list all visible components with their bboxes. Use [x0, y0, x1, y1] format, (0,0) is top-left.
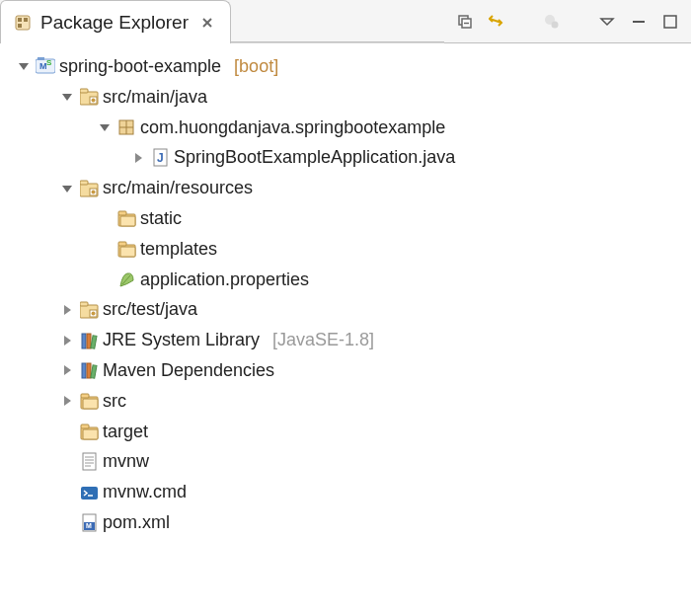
folder-icon	[116, 239, 136, 259]
node-label: src/main/resources	[103, 174, 253, 202]
node-label: mvnw	[103, 447, 149, 476]
cmd-file-icon	[79, 483, 99, 502]
expand-arrow-icon[interactable]	[59, 181, 75, 196]
tree-src-main-java[interactable]: src/main/java	[4, 82, 691, 113]
maximize-icon[interactable]	[659, 11, 681, 33]
expand-arrow-icon[interactable]	[97, 119, 113, 135]
tab-bar: Package Explorer	[0, 0, 691, 43]
project-icon	[36, 56, 55, 76]
expand-arrow-icon[interactable]	[16, 58, 32, 74]
expand-arrow-icon[interactable]	[59, 393, 75, 409]
package-icon	[116, 117, 136, 137]
tree-static-folder[interactable]: static	[4, 203, 691, 234]
folder-icon	[116, 208, 136, 228]
tree-templates-folder[interactable]: templates	[4, 234, 691, 265]
view-menu-icon[interactable]	[596, 11, 618, 33]
package-folder-icon	[79, 179, 99, 198]
java-file-icon	[150, 148, 170, 168]
folder-icon	[79, 422, 99, 441]
arrow-placeholder	[59, 454, 75, 470]
library-icon	[79, 360, 99, 380]
tree-java-file[interactable]: SpringBootExampleApplication.java	[4, 142, 691, 173]
arrow-placeholder	[59, 485, 75, 500]
expand-arrow-icon[interactable]	[130, 150, 146, 166]
node-label: application.properties	[140, 266, 309, 294]
package-explorer-icon	[13, 13, 33, 33]
project-tree: spring-boot-example [boot] src/main/java…	[0, 43, 691, 538]
node-label: SpringBootExampleApplication.java	[174, 143, 455, 172]
node-label: src/main/java	[103, 83, 207, 112]
node-label: com.huongdanjava.springbootexample	[140, 114, 445, 142]
text-file-icon	[79, 452, 99, 472]
tab-package-explorer[interactable]: Package Explorer	[0, 0, 231, 43]
link-with-editor-icon[interactable]	[486, 11, 507, 33]
tree-src-test-java[interactable]: src/test/java	[4, 294, 691, 325]
expand-arrow-icon[interactable]	[59, 89, 75, 105]
node-label: Maven Dependencies	[103, 356, 274, 385]
node-label: pom.xml	[103, 508, 170, 537]
view-toolbar	[444, 0, 691, 43]
tree-jre-library[interactable]: JRE System Library [JavaSE-1.8]	[4, 325, 691, 355]
node-label: JRE System Library	[103, 326, 260, 354]
node-label: spring-boot-example	[59, 52, 221, 81]
package-folder-icon	[79, 87, 99, 107]
tree-pom-xml[interactable]: pom.xml	[4, 507, 691, 538]
node-label: templates	[140, 235, 217, 264]
properties-file-icon	[116, 270, 136, 289]
xml-file-icon	[79, 512, 99, 532]
tree-src-main-resources[interactable]: src/main/resources	[4, 173, 691, 203]
tab-title: Package Explorer	[40, 12, 189, 34]
package-folder-icon	[79, 300, 99, 320]
folder-icon	[79, 391, 99, 411]
tree-maven-deps[interactable]: Maven Dependencies	[4, 355, 691, 386]
minimize-icon[interactable]	[628, 11, 650, 33]
expand-arrow-icon[interactable]	[59, 302, 75, 318]
node-label: target	[103, 418, 148, 446]
arrow-placeholder	[97, 271, 113, 287]
tree-app-properties[interactable]: application.properties	[4, 265, 691, 295]
arrow-placeholder	[97, 210, 113, 226]
node-label: src	[103, 387, 126, 416]
tree-target-folder[interactable]: target	[4, 417, 691, 447]
node-label: src/test/java	[103, 295, 197, 324]
arrow-placeholder	[59, 424, 75, 439]
close-icon[interactable]	[196, 12, 218, 34]
tree-mvnw-file[interactable]: mvnw	[4, 446, 691, 477]
node-label: mvnw.cmd	[103, 478, 187, 506]
tree-project-root[interactable]: spring-boot-example [boot]	[4, 51, 691, 82]
arrow-placeholder	[59, 514, 75, 530]
tree-src-folder[interactable]: src	[4, 386, 691, 417]
collapse-all-icon[interactable]	[454, 11, 476, 33]
focus-task-icon[interactable]	[541, 11, 563, 33]
tree-mvnw-cmd-file[interactable]: mvnw.cmd	[4, 477, 691, 507]
tree-package[interactable]: com.huongdanjava.springbootexample	[4, 113, 691, 143]
arrow-placeholder	[97, 241, 113, 257]
library-icon	[79, 331, 99, 350]
node-suffix: [JavaSE-1.8]	[272, 326, 374, 354]
expand-arrow-icon[interactable]	[59, 333, 75, 348]
node-suffix: [boot]	[234, 52, 278, 81]
node-label: static	[140, 204, 182, 233]
expand-arrow-icon[interactable]	[59, 362, 75, 378]
